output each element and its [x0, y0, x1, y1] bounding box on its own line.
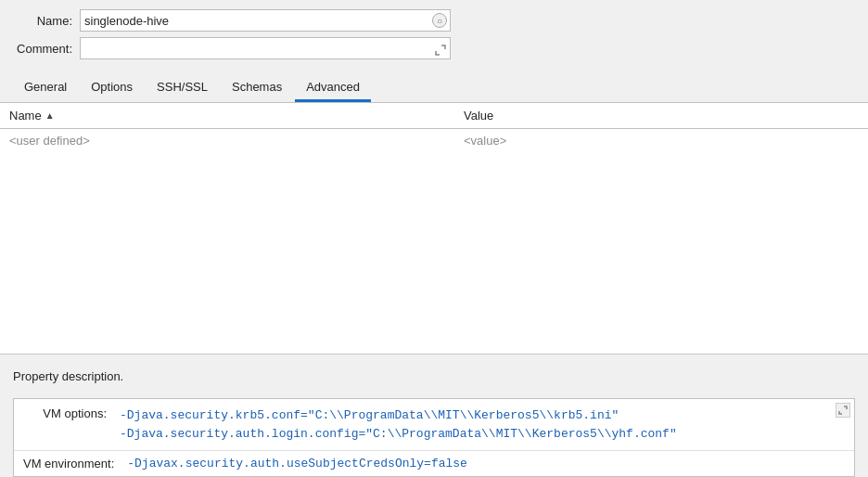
properties-table: Name ▲ Value <user defined> <value>: [0, 103, 868, 152]
property-description: Property description.: [13, 364, 855, 389]
vm-options-expand-button[interactable]: [836, 403, 850, 418]
vm-options-text: -Djava.security.krb5.conf="C:\\ProgramDa…: [116, 399, 854, 450]
table-row[interactable]: <user defined> <value>: [0, 129, 868, 153]
tab-schemas[interactable]: Schemas: [221, 74, 293, 102]
comment-input[interactable]: [80, 37, 451, 59]
bottom-section: Property description. VM options: -Djava…: [0, 354, 868, 477]
vm-section: VM options: -Djava.security.krb5.conf="C…: [13, 398, 855, 477]
tab-ssh-ssl[interactable]: SSH/SSL: [146, 74, 219, 102]
name-field-row: Name: ○: [13, 9, 855, 32]
vm-environment-label: VM environment:: [14, 451, 123, 476]
vm-options-line1: -Djava.security.krb5.conf="C:\\ProgramDa…: [120, 408, 619, 422]
vm-options-line2: -Djava.security.auth.login.config="C:\\P…: [120, 427, 677, 441]
comment-field-row: Comment:: [13, 37, 855, 59]
top-fields-section: Name: ○ Comment:: [0, 0, 868, 71]
vm-environment-row: VM environment: -Djavax.security.auth.us…: [14, 450, 854, 476]
tab-options[interactable]: Options: [80, 74, 144, 102]
name-clear-button[interactable]: ○: [432, 13, 447, 28]
vm-options-label: VM options:: [14, 399, 116, 428]
row-name-cell: <user defined>: [0, 129, 454, 153]
name-label: Name:: [13, 14, 80, 28]
tab-general[interactable]: General: [13, 74, 78, 102]
properties-table-section: Name ▲ Value <user defined> <value>: [0, 103, 868, 354]
sort-arrow-icon: ▲: [45, 110, 55, 121]
column-header-value: Value: [454, 103, 868, 129]
comment-expand-button[interactable]: [434, 44, 447, 57]
vm-options-area: VM options: -Djava.security.krb5.conf="C…: [14, 399, 854, 450]
column-header-name: Name ▲: [0, 103, 454, 129]
name-input[interactable]: [80, 9, 451, 32]
comment-input-wrap: [80, 37, 451, 59]
name-input-wrap: ○: [80, 9, 451, 32]
row-value-cell: <value>: [454, 129, 868, 153]
comment-label: Comment:: [13, 42, 80, 56]
vm-environment-value: -Djavax.security.auth.useSubjectCredsOnl…: [123, 451, 471, 476]
tabs-bar: General Options SSH/SSL Schemas Advanced: [0, 74, 868, 103]
tab-advanced[interactable]: Advanced: [295, 74, 371, 102]
